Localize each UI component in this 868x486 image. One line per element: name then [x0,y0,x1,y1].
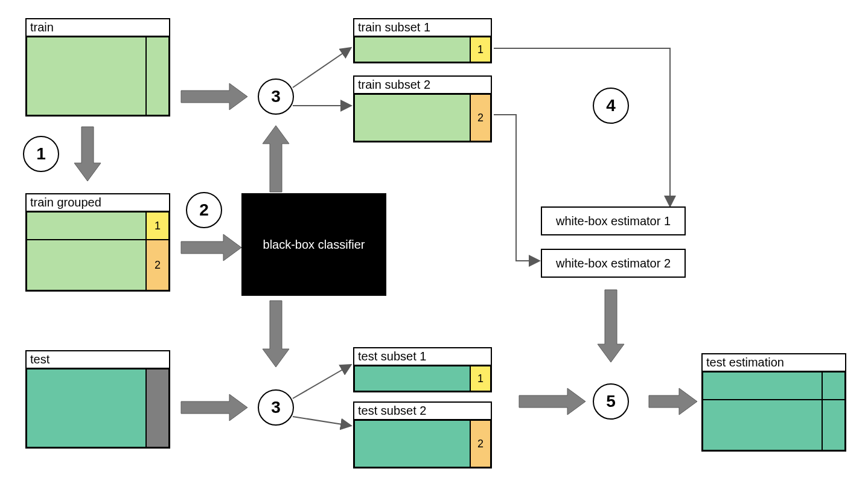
test-estimation-title: test estimation [703,354,845,372]
tag-2: 2 [470,94,491,141]
step-1: 1 [23,136,59,172]
step-5: 5 [593,383,629,420]
test-estimation-box: test estimation [701,353,846,452]
train-grouped-title: train grouped [27,194,169,212]
test-subset-1-title: test subset 1 [354,348,491,366]
test-subset-2-box: test subset 2 2 [353,401,492,468]
train-grouped-box: train grouped 1 2 [25,193,170,292]
svg-line-3 [293,417,350,426]
tag-1: 1 [470,366,491,391]
svg-line-2 [293,365,350,398]
white-box-estimator-2: white-box estimator 2 [541,249,686,278]
white-box-estimator-1: white-box estimator 1 [541,206,686,235]
test-title: test [27,351,169,369]
tag-2: 2 [146,240,169,290]
test-subset-2-title: test subset 2 [354,403,491,420]
test-box: test [25,350,170,449]
tag-1: 1 [146,212,169,240]
step-4: 4 [593,88,629,124]
test-subset-1-box: test subset 1 1 [353,347,492,392]
step-3-top: 3 [258,78,294,115]
tag-2: 2 [470,420,491,467]
black-box-label: black-box classifier [263,238,365,252]
black-box-classifier: black-box classifier [241,193,386,296]
train-title: train [27,19,169,37]
tag-1: 1 [470,37,491,62]
svg-line-0 [293,48,350,88]
train-subset-2-box: train subset 2 2 [353,75,492,142]
step-2: 2 [186,192,222,228]
train-box: train [25,18,170,117]
train-subset-1-title: train subset 1 [354,19,491,37]
step-3-bottom: 3 [258,389,294,426]
train-subset-1-box: train subset 1 1 [353,18,492,63]
diagram-stage: train train grouped 1 2 train subset 1 1… [0,0,868,486]
train-subset-2-title: train subset 2 [354,77,491,94]
